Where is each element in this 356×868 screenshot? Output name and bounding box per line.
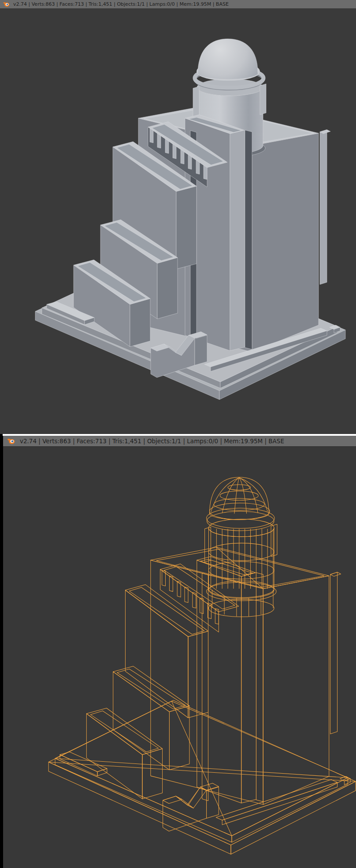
info-header-bar-top[interactable]: v2.74 | Verts:863 | Faces:713 | Tris:1,4… xyxy=(0,0,356,9)
viewport-section-solid: v2.74 | Verts:863 | Faces:713 | Tris:1,4… xyxy=(0,0,356,434)
building-object-solid[interactable] xyxy=(35,39,345,400)
status-bar-text-top: v2.74 | Verts:863 | Faces:713 | Tris:1,4… xyxy=(13,1,229,7)
info-header-bar-bottom[interactable]: v2.74 | Verts:863 | Faces:713 | Tris:1,4… xyxy=(3,436,356,447)
building-model-wireframe[interactable] xyxy=(3,447,356,868)
viewport-section-wireframe: v2.74 | Verts:863 | Faces:713 | Tris:1,4… xyxy=(0,436,356,868)
building-object-wireframe[interactable] xyxy=(48,477,356,854)
status-bar-text-bottom: v2.74 | Verts:863 | Faces:713 | Tris:1,4… xyxy=(20,438,284,445)
3d-viewport-wireframe[interactable] xyxy=(3,447,356,868)
screenshot-page: v2.74 | Verts:863 | Faces:713 | Tris:1,4… xyxy=(0,0,356,868)
blender-logo-icon xyxy=(7,438,15,445)
3d-viewport-solid[interactable] xyxy=(0,0,356,434)
blender-logo-icon xyxy=(3,1,10,7)
building-model-solid[interactable] xyxy=(0,0,356,434)
